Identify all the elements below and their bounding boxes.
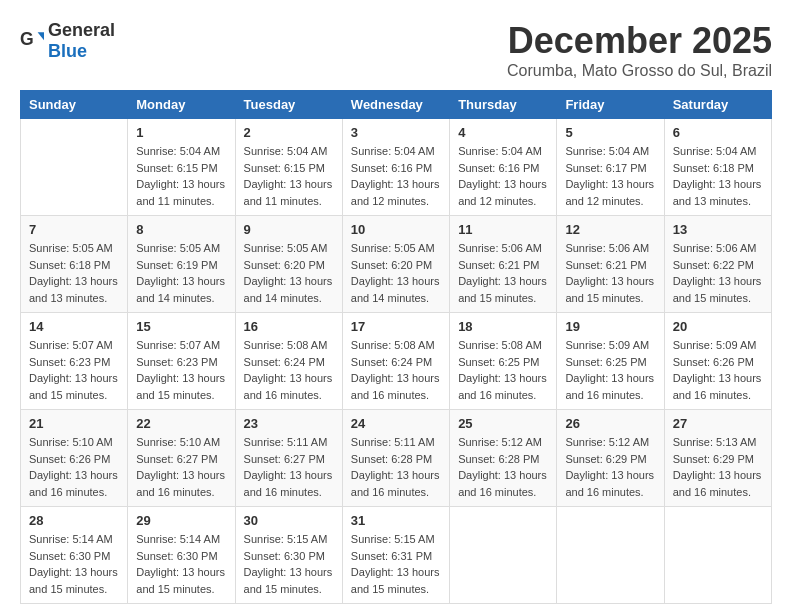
calendar-cell-w3-d2: 16Sunrise: 5:08 AMSunset: 6:24 PMDayligh… [235, 313, 342, 410]
week-row-3: 14Sunrise: 5:07 AMSunset: 6:23 PMDayligh… [21, 313, 772, 410]
calendar-cell-w1-d1: 1Sunrise: 5:04 AMSunset: 6:15 PMDaylight… [128, 119, 235, 216]
calendar-cell-w1-d4: 4Sunrise: 5:04 AMSunset: 6:16 PMDaylight… [450, 119, 557, 216]
day-info: Sunrise: 5:15 AMSunset: 6:30 PMDaylight:… [244, 531, 334, 597]
calendar-table: Sunday Monday Tuesday Wednesday Thursday… [20, 90, 772, 604]
day-number: 26 [565, 416, 655, 431]
calendar-cell-w3-d5: 19Sunrise: 5:09 AMSunset: 6:25 PMDayligh… [557, 313, 664, 410]
day-info: Sunrise: 5:10 AMSunset: 6:27 PMDaylight:… [136, 434, 226, 500]
calendar-cell-w2-d4: 11Sunrise: 5:06 AMSunset: 6:21 PMDayligh… [450, 216, 557, 313]
header-thursday: Thursday [450, 91, 557, 119]
calendar-cell-w4-d3: 24Sunrise: 5:11 AMSunset: 6:28 PMDayligh… [342, 410, 449, 507]
day-number: 2 [244, 125, 334, 140]
day-number: 3 [351, 125, 441, 140]
day-number: 8 [136, 222, 226, 237]
calendar-cell-w3-d0: 14Sunrise: 5:07 AMSunset: 6:23 PMDayligh… [21, 313, 128, 410]
day-number: 20 [673, 319, 763, 334]
logo: G General Blue [20, 20, 115, 62]
header-friday: Friday [557, 91, 664, 119]
day-info: Sunrise: 5:05 AMSunset: 6:20 PMDaylight:… [244, 240, 334, 306]
calendar-cell-w5-d3: 31Sunrise: 5:15 AMSunset: 6:31 PMDayligh… [342, 507, 449, 604]
day-number: 30 [244, 513, 334, 528]
calendar-cell-w2-d2: 9Sunrise: 5:05 AMSunset: 6:20 PMDaylight… [235, 216, 342, 313]
calendar-cell-w3-d6: 20Sunrise: 5:09 AMSunset: 6:26 PMDayligh… [664, 313, 771, 410]
day-number: 25 [458, 416, 548, 431]
calendar-cell-w2-d0: 7Sunrise: 5:05 AMSunset: 6:18 PMDaylight… [21, 216, 128, 313]
day-number: 4 [458, 125, 548, 140]
day-info: Sunrise: 5:04 AMSunset: 6:15 PMDaylight:… [136, 143, 226, 209]
calendar-cell-w5-d0: 28Sunrise: 5:14 AMSunset: 6:30 PMDayligh… [21, 507, 128, 604]
day-number: 31 [351, 513, 441, 528]
day-number: 28 [29, 513, 119, 528]
day-number: 27 [673, 416, 763, 431]
day-info: Sunrise: 5:14 AMSunset: 6:30 PMDaylight:… [136, 531, 226, 597]
day-info: Sunrise: 5:05 AMSunset: 6:18 PMDaylight:… [29, 240, 119, 306]
day-info: Sunrise: 5:08 AMSunset: 6:24 PMDaylight:… [244, 337, 334, 403]
day-number: 14 [29, 319, 119, 334]
day-info: Sunrise: 5:15 AMSunset: 6:31 PMDaylight:… [351, 531, 441, 597]
header-monday: Monday [128, 91, 235, 119]
logo-general-text: General [48, 20, 115, 40]
calendar-cell-w3-d4: 18Sunrise: 5:08 AMSunset: 6:25 PMDayligh… [450, 313, 557, 410]
day-number: 18 [458, 319, 548, 334]
day-info: Sunrise: 5:09 AMSunset: 6:25 PMDaylight:… [565, 337, 655, 403]
day-info: Sunrise: 5:08 AMSunset: 6:25 PMDaylight:… [458, 337, 548, 403]
svg-text:G: G [20, 29, 34, 49]
week-row-1: 1Sunrise: 5:04 AMSunset: 6:15 PMDaylight… [21, 119, 772, 216]
day-info: Sunrise: 5:07 AMSunset: 6:23 PMDaylight:… [136, 337, 226, 403]
calendar-cell-w2-d6: 13Sunrise: 5:06 AMSunset: 6:22 PMDayligh… [664, 216, 771, 313]
calendar-cell-w5-d1: 29Sunrise: 5:14 AMSunset: 6:30 PMDayligh… [128, 507, 235, 604]
day-number: 11 [458, 222, 548, 237]
day-info: Sunrise: 5:11 AMSunset: 6:27 PMDaylight:… [244, 434, 334, 500]
day-number: 13 [673, 222, 763, 237]
day-info: Sunrise: 5:14 AMSunset: 6:30 PMDaylight:… [29, 531, 119, 597]
day-number: 7 [29, 222, 119, 237]
calendar-cell-w5-d5 [557, 507, 664, 604]
day-number: 9 [244, 222, 334, 237]
day-info: Sunrise: 5:04 AMSunset: 6:15 PMDaylight:… [244, 143, 334, 209]
calendar-cell-w4-d1: 22Sunrise: 5:10 AMSunset: 6:27 PMDayligh… [128, 410, 235, 507]
day-info: Sunrise: 5:06 AMSunset: 6:22 PMDaylight:… [673, 240, 763, 306]
day-number: 15 [136, 319, 226, 334]
weekday-header-row: Sunday Monday Tuesday Wednesday Thursday… [21, 91, 772, 119]
calendar-cell-w1-d6: 6Sunrise: 5:04 AMSunset: 6:18 PMDaylight… [664, 119, 771, 216]
calendar-cell-w4-d0: 21Sunrise: 5:10 AMSunset: 6:26 PMDayligh… [21, 410, 128, 507]
day-number: 22 [136, 416, 226, 431]
logo-blue-text: Blue [48, 41, 87, 61]
header: G General Blue December 2025 Corumba, Ma… [20, 20, 772, 80]
day-number: 6 [673, 125, 763, 140]
day-number: 17 [351, 319, 441, 334]
day-info: Sunrise: 5:06 AMSunset: 6:21 PMDaylight:… [458, 240, 548, 306]
day-info: Sunrise: 5:04 AMSunset: 6:16 PMDaylight:… [458, 143, 548, 209]
calendar-cell-w1-d5: 5Sunrise: 5:04 AMSunset: 6:17 PMDaylight… [557, 119, 664, 216]
calendar-cell-w1-d2: 2Sunrise: 5:04 AMSunset: 6:15 PMDaylight… [235, 119, 342, 216]
header-saturday: Saturday [664, 91, 771, 119]
header-wednesday: Wednesday [342, 91, 449, 119]
day-info: Sunrise: 5:08 AMSunset: 6:24 PMDaylight:… [351, 337, 441, 403]
calendar-cell-w1-d3: 3Sunrise: 5:04 AMSunset: 6:16 PMDaylight… [342, 119, 449, 216]
day-info: Sunrise: 5:12 AMSunset: 6:29 PMDaylight:… [565, 434, 655, 500]
day-number: 16 [244, 319, 334, 334]
calendar-cell-w2-d3: 10Sunrise: 5:05 AMSunset: 6:20 PMDayligh… [342, 216, 449, 313]
logo-icon: G [20, 29, 44, 53]
day-info: Sunrise: 5:04 AMSunset: 6:18 PMDaylight:… [673, 143, 763, 209]
day-info: Sunrise: 5:13 AMSunset: 6:29 PMDaylight:… [673, 434, 763, 500]
day-info: Sunrise: 5:05 AMSunset: 6:20 PMDaylight:… [351, 240, 441, 306]
day-number: 1 [136, 125, 226, 140]
day-number: 24 [351, 416, 441, 431]
calendar-cell-w5-d2: 30Sunrise: 5:15 AMSunset: 6:30 PMDayligh… [235, 507, 342, 604]
day-info: Sunrise: 5:05 AMSunset: 6:19 PMDaylight:… [136, 240, 226, 306]
calendar-cell-w1-d0 [21, 119, 128, 216]
svg-marker-1 [38, 32, 44, 40]
calendar-cell-w5-d6 [664, 507, 771, 604]
week-row-4: 21Sunrise: 5:10 AMSunset: 6:26 PMDayligh… [21, 410, 772, 507]
day-info: Sunrise: 5:10 AMSunset: 6:26 PMDaylight:… [29, 434, 119, 500]
day-number: 5 [565, 125, 655, 140]
day-number: 23 [244, 416, 334, 431]
page-wrapper: G General Blue December 2025 Corumba, Ma… [20, 20, 772, 604]
header-tuesday: Tuesday [235, 91, 342, 119]
day-info: Sunrise: 5:06 AMSunset: 6:21 PMDaylight:… [565, 240, 655, 306]
day-info: Sunrise: 5:09 AMSunset: 6:26 PMDaylight:… [673, 337, 763, 403]
calendar-cell-w4-d2: 23Sunrise: 5:11 AMSunset: 6:27 PMDayligh… [235, 410, 342, 507]
day-info: Sunrise: 5:04 AMSunset: 6:17 PMDaylight:… [565, 143, 655, 209]
day-info: Sunrise: 5:11 AMSunset: 6:28 PMDaylight:… [351, 434, 441, 500]
